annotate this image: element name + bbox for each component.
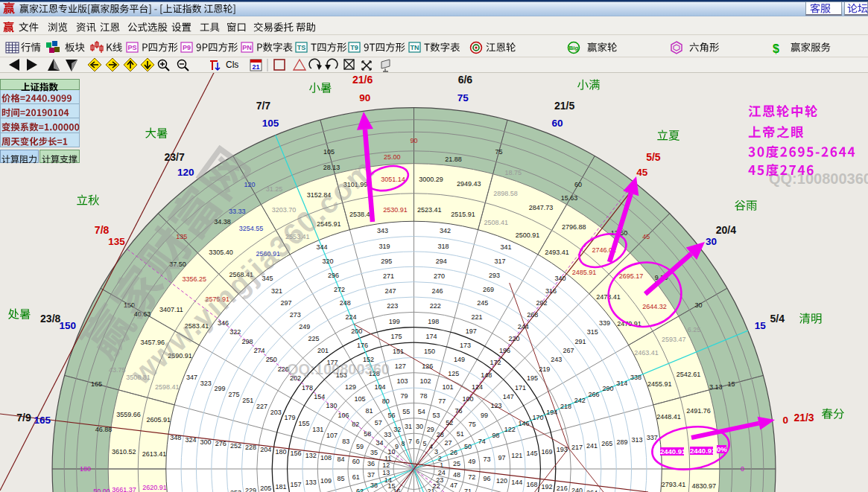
svg-text:21: 21 [252,63,259,71]
svg-text:PS: PS [127,44,136,51]
svg-text:Cls: Cls [226,60,238,70]
svg-text:$: $ [773,42,779,55]
svg-text:PN: PN [242,44,252,51]
svg-text:TN: TN [411,44,419,51]
svg-text:TS: TS [297,44,306,51]
svg-text:Big: Big [569,45,579,51]
svg-text:QQ:100800360: QQ:100800360 [287,361,390,377]
svg-text:T9: T9 [350,44,358,51]
svg-text:P9: P9 [183,44,191,51]
svg-text:QQ:100800360: QQ:100800360 [769,170,868,187]
